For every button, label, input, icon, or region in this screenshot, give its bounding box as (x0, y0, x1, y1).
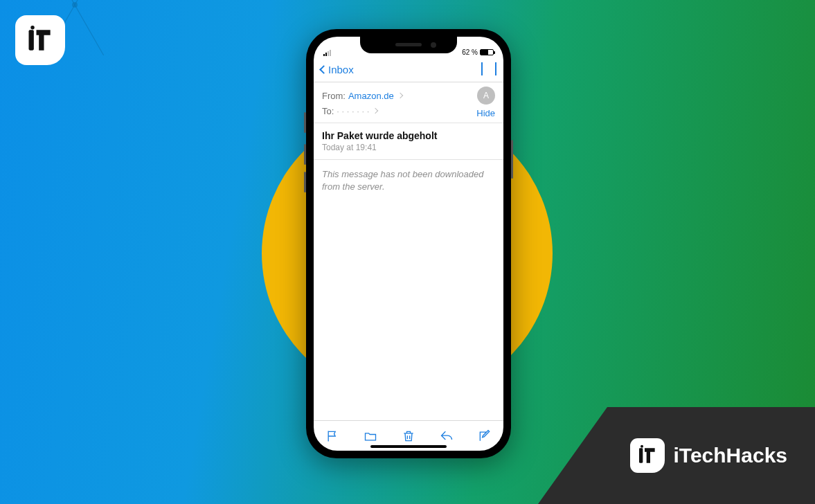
brand-logo-icon (630, 438, 665, 473)
chevron-left-icon (319, 65, 328, 74)
message-header: A From: Amazon.de To: · · · · · · · Hide (314, 82, 503, 123)
subject-text: Ihr Paket wurde abgeholt (322, 130, 495, 141)
from-value[interactable]: Amazon.de (348, 91, 394, 101)
from-label: From: (322, 91, 346, 101)
svg-point-9 (30, 26, 35, 30)
home-indicator[interactable] (370, 445, 447, 448)
compose-button[interactable] (478, 429, 492, 443)
next-message-button[interactable] (495, 64, 496, 76)
hide-details-button[interactable]: Hide (476, 108, 495, 118)
flag-icon (325, 429, 339, 443)
svg-rect-8 (29, 30, 34, 50)
back-button[interactable]: Inbox (321, 64, 354, 75)
flag-button[interactable] (325, 429, 339, 443)
to-label: To: (322, 106, 334, 116)
reply-icon (440, 429, 454, 443)
delete-button[interactable] (402, 429, 415, 443)
compose-icon (478, 429, 492, 443)
folder-icon (364, 429, 377, 443)
brand-banner-bottom: iTechHacks (538, 407, 815, 504)
subject-block: Ihr Paket wurde abgeholt Today at 19:41 (314, 123, 503, 160)
battery-icon (480, 49, 494, 55)
reply-button[interactable] (440, 429, 454, 443)
battery-percent: 62 % (462, 48, 478, 56)
phone-notch (360, 37, 457, 53)
to-value[interactable]: · · · · · · · (337, 106, 369, 116)
move-button[interactable] (364, 429, 377, 443)
chevron-right-icon (397, 93, 402, 98)
svg-point-11 (641, 445, 643, 448)
phone-frame: 62 % Inbox A From: A (306, 29, 511, 458)
chevron-up-icon (481, 62, 483, 75)
body-text: This message has not been downloaded fro… (322, 169, 483, 192)
svg-rect-10 (639, 448, 643, 462)
chevron-right-icon (373, 108, 378, 114)
mail-nav-bar: Inbox (314, 57, 503, 82)
brand-name: iTechHacks (673, 444, 787, 467)
brand-badge-top (15, 15, 65, 65)
trash-icon (402, 429, 415, 443)
prev-message-button[interactable] (481, 64, 483, 76)
background: iTechHacks 62 % Inbox (0, 0, 815, 504)
signal-icon (323, 50, 331, 56)
back-label: Inbox (328, 64, 354, 75)
timestamp-text: Today at 19:41 (322, 143, 495, 152)
phone-screen: 62 % Inbox A From: A (314, 37, 503, 451)
sender-avatar[interactable]: A (477, 87, 495, 105)
message-body: This message has not been downloaded fro… (314, 160, 503, 420)
chevron-down-icon (495, 62, 496, 75)
